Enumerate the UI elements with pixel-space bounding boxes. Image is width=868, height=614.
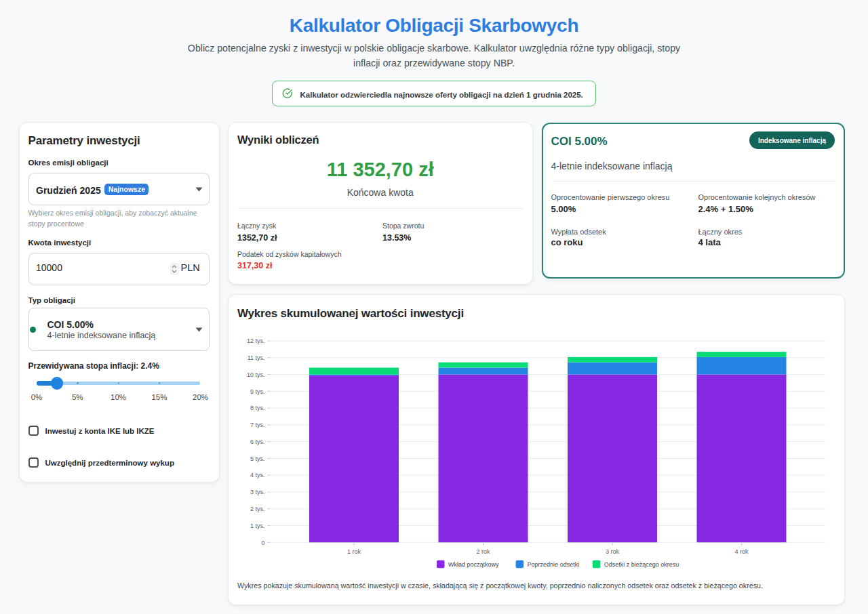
svg-text:0: 0 <box>261 539 264 546</box>
svg-text:6 tys.: 6 tys. <box>250 438 265 445</box>
svg-text:Wkład początkowy: Wkład początkowy <box>448 561 499 568</box>
svg-text:5 tys.: 5 tys. <box>250 455 265 462</box>
svg-text:8 tys.: 8 tys. <box>250 405 265 411</box>
svg-text:4 tys.: 4 tys. <box>250 472 265 478</box>
svg-text:Odsetki z bieżącego okresu: Odsetki z bieżącego okresu <box>604 561 679 568</box>
svg-text:10 tys.: 10 tys. <box>247 371 265 378</box>
svg-text:9 tys.: 9 tys. <box>250 388 265 395</box>
svg-text:1 tys.: 1 tys. <box>250 523 265 529</box>
svg-text:11 tys.: 11 tys. <box>248 354 265 361</box>
svg-text:Poprzednie odsetki: Poprzednie odsetki <box>528 561 580 568</box>
svg-text:2 rok: 2 rok <box>476 548 490 555</box>
svg-text:12 tys.: 12 tys. <box>247 337 265 344</box>
svg-text:7 tys.: 7 tys. <box>250 422 265 428</box>
svg-text:3 tys.: 3 tys. <box>250 489 265 495</box>
svg-text:4 rok: 4 rok <box>734 548 749 555</box>
svg-text:3 rok: 3 rok <box>606 548 620 555</box>
svg-text:2 tys.: 2 tys. <box>250 506 265 512</box>
svg-text:1 rok: 1 rok <box>347 548 361 555</box>
